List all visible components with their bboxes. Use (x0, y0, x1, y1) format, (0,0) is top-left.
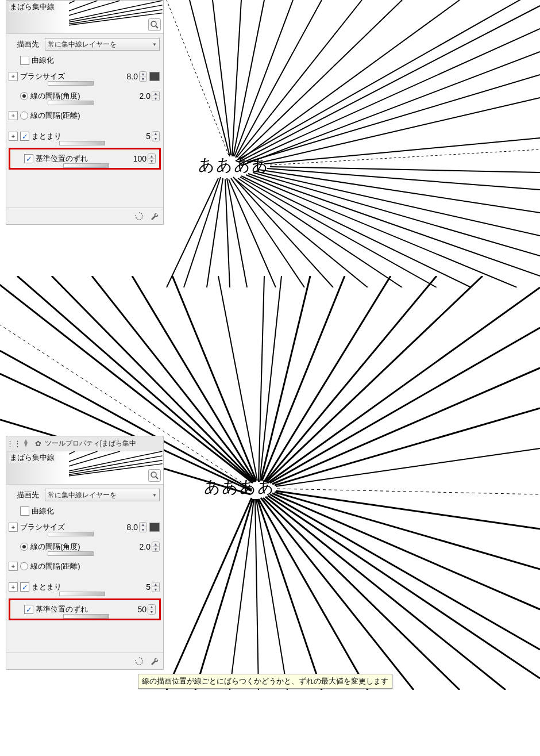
expand-cluster-2[interactable]: + (9, 582, 18, 592)
draw-target-label-2: 描画先 (9, 490, 43, 500)
reset-icon-2[interactable] (133, 655, 145, 667)
svg-line-54 (218, 276, 257, 481)
cluster-slider-2[interactable] (59, 592, 105, 596)
gap-angle-value-2[interactable]: 2.0 (136, 542, 152, 551)
gap-angle-spinner-1[interactable]: ▲▼ (152, 91, 160, 101)
panel-tabs-2: ⋮⋮ ✿ ツールプロパティ[まばら集中 (6, 436, 163, 451)
cluster-spinner-1[interactable]: ▲▼ (152, 131, 160, 141)
wrench-icon-1[interactable] (148, 210, 160, 222)
gap-distance-radio-2[interactable] (20, 562, 28, 570)
brush-color-swatch-2[interactable] (149, 523, 160, 532)
brush-size-label-1: ブラシサイズ (20, 71, 65, 82)
offset-checkbox-1[interactable] (24, 154, 33, 163)
gap-angle-radio-1[interactable] (20, 92, 28, 100)
cluster-value-1[interactable]: 5 (136, 132, 152, 141)
svg-line-17 (238, 178, 402, 287)
zoom-icon-1[interactable] (148, 18, 161, 31)
gap-angle-label-2: 線の間隔(角度) (30, 542, 80, 552)
pen-icon[interactable] (21, 439, 31, 449)
cluster-value-2[interactable]: 5 (136, 582, 152, 592)
svg-line-82 (167, 498, 252, 690)
tool-preview-2: まばら集中線 (6, 451, 163, 485)
svg-line-76 (259, 499, 368, 690)
offset-checkbox-2[interactable] (24, 605, 33, 614)
brush-size-slider-2[interactable] (48, 532, 94, 536)
svg-line-64 (272, 368, 540, 484)
svg-line-10 (259, 170, 540, 213)
expand-brush-1[interactable]: + (9, 72, 18, 81)
gap-angle-slider-1[interactable] (48, 101, 94, 105)
svg-line-73 (265, 497, 506, 690)
tool-property-panel-1: まばら集中線 描画先 常に集中線レイヤーを (6, 0, 164, 225)
svg-line-1 (238, 6, 540, 162)
grip-icon[interactable]: ⋮⋮ (9, 439, 19, 449)
svg-line-72 (268, 496, 540, 678)
svg-line-66 (276, 448, 540, 486)
offset-spinner-1[interactable]: ▲▼ (148, 153, 156, 164)
svg-line-12 (253, 172, 540, 256)
draw-target-dropdown-2[interactable]: 常に集中線レイヤーを (45, 489, 160, 501)
svg-line-55 (259, 276, 264, 482)
offset-slider-1[interactable] (63, 163, 109, 168)
svg-line-71 (270, 494, 540, 650)
svg-line-29 (213, 0, 231, 155)
gap-angle-slider-2[interactable] (48, 551, 94, 556)
svg-line-60 (265, 276, 437, 482)
brush-size-label-2: ブラシサイズ (20, 522, 65, 532)
brush-size-spinner-1[interactable]: ▲▼ (139, 71, 147, 82)
svg-point-96 (151, 472, 156, 477)
cluster-slider-1[interactable] (59, 141, 105, 145)
brush-size-spinner-2[interactable]: ▲▼ (139, 522, 147, 532)
gap-angle-spinner-2[interactable]: ▲▼ (152, 542, 160, 552)
brush-size-value-1[interactable]: 8.0 (123, 72, 139, 81)
zoom-icon-2[interactable] (148, 469, 161, 482)
expand-gap-distance-1[interactable]: + (9, 111, 18, 120)
curve-checkbox-2[interactable] (20, 506, 29, 516)
svg-line-63 (270, 328, 540, 483)
gap-angle-value-1[interactable]: 2.0 (136, 91, 152, 101)
gap-distance-label-1: 線の間隔(距離) (30, 110, 80, 121)
tool-name-label-2: まばら集中線 (9, 452, 56, 463)
svg-line-80 (230, 499, 254, 690)
offset-spinner-2[interactable]: ▲▼ (148, 604, 156, 615)
tool-property-panel-2: ⋮⋮ ✿ ツールプロパティ[まばら集中 まばら集中線 (6, 436, 164, 670)
svg-line-14 (246, 175, 517, 287)
svg-line-16 (240, 177, 437, 287)
brush-size-slider-1[interactable] (48, 81, 94, 86)
offset-slider-2[interactable] (63, 614, 109, 619)
curve-label-2: 曲線化 (32, 506, 54, 516)
offset-value-1[interactable]: 100 (132, 154, 148, 163)
svg-line-0 (236, 0, 540, 161)
curve-checkbox-1[interactable] (20, 56, 29, 65)
svg-line-18 (236, 179, 368, 287)
svg-line-65 (275, 408, 540, 485)
svg-line-53 (172, 276, 256, 481)
gap-angle-radio-2[interactable] (20, 543, 28, 551)
reset-icon-1[interactable] (133, 210, 145, 222)
wrench-icon-2[interactable] (148, 655, 160, 667)
expand-brush-2[interactable]: + (9, 523, 18, 532)
expand-cluster-1[interactable]: + (9, 132, 18, 141)
sample-text-top: ああああ (198, 154, 269, 176)
gear-icon[interactable]: ✿ (33, 439, 43, 449)
expand-gap-distance-2[interactable]: + (9, 562, 18, 571)
svg-line-61 (267, 276, 483, 482)
draw-target-dropdown-1[interactable]: 常に集中線レイヤーを (45, 38, 160, 51)
cluster-checkbox-2[interactable] (20, 582, 29, 592)
svg-point-46 (151, 21, 156, 26)
brush-size-value-2[interactable]: 8.0 (123, 523, 139, 532)
svg-line-35 (238, 0, 402, 159)
svg-line-30 (232, 0, 241, 156)
svg-line-34 (237, 0, 362, 158)
cluster-spinner-2[interactable]: ▲▼ (152, 582, 160, 592)
svg-line-75 (261, 498, 414, 690)
brush-color-swatch-1[interactable] (149, 72, 160, 81)
gap-distance-radio-1[interactable] (20, 112, 28, 120)
svg-line-78 (256, 499, 287, 690)
cluster-checkbox-1[interactable] (20, 132, 29, 141)
svg-line-33 (236, 0, 322, 158)
tool-name-label-1: まばら集中線 (9, 2, 56, 12)
panel-tab-title-2: ツールプロパティ[まばら集中 (45, 439, 136, 448)
svg-line-7 (270, 149, 540, 165)
offset-value-2[interactable]: 50 (132, 605, 148, 614)
